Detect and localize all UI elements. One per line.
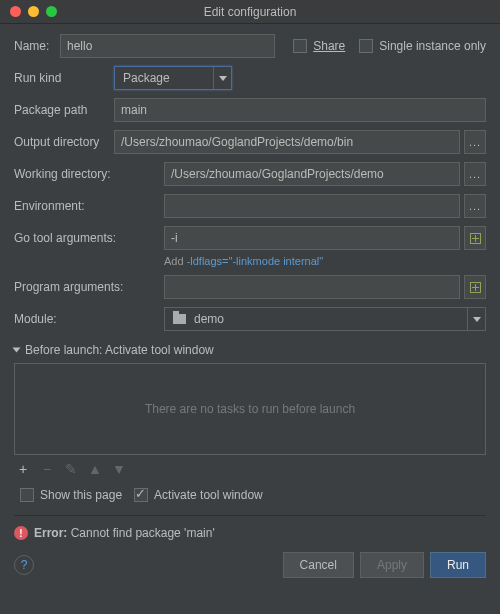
module-select[interactable]: demo <box>164 307 486 331</box>
before-launch-header[interactable]: Before launch: Activate tool window <box>14 343 486 357</box>
chevron-down-icon <box>467 308 485 330</box>
before-launch-tasks: There are no tasks to run before launch <box>14 363 486 455</box>
run-kind-select[interactable]: Package <box>114 66 232 90</box>
run-button[interactable]: Run <box>430 552 486 578</box>
module-label: Module: <box>14 312 164 326</box>
activate-tool-window-checkbox[interactable]: Activate tool window <box>134 488 263 502</box>
go-tool-args-label: Go tool arguments: <box>14 231 164 245</box>
expand-program-args-button[interactable] <box>464 275 486 299</box>
browse-output-button[interactable]: ... <box>464 130 486 154</box>
program-args-label: Program arguments: <box>14 280 164 294</box>
working-directory-label: Working directory: <box>14 167 164 181</box>
apply-button[interactable]: Apply <box>360 552 424 578</box>
show-this-page-checkbox[interactable]: Show this page <box>20 488 122 502</box>
browse-environment-button[interactable]: ... <box>464 194 486 218</box>
move-down-button[interactable]: ▼ <box>112 461 126 477</box>
browse-working-dir-button[interactable]: ... <box>464 162 486 186</box>
working-directory-input[interactable] <box>164 162 460 186</box>
edit-task-button[interactable]: ✎ <box>64 461 78 477</box>
name-label: Name: <box>14 39 60 53</box>
maximize-window-icon[interactable] <box>46 6 57 17</box>
go-tool-args-input[interactable] <box>164 226 460 250</box>
program-args-input[interactable] <box>164 275 460 299</box>
checkbox-checked-icon <box>134 488 148 502</box>
move-up-button[interactable]: ▲ <box>88 461 102 477</box>
package-path-input[interactable] <box>114 98 486 122</box>
remove-task-button[interactable]: − <box>40 461 54 477</box>
folder-icon <box>173 314 186 324</box>
output-directory-label: Output directory <box>14 135 114 149</box>
ldflags-hint-link[interactable]: -ldflags="-linkmode internal" <box>187 255 324 267</box>
output-directory-input[interactable] <box>114 130 460 154</box>
tasks-toolbar: + − ✎ ▲ ▼ <box>14 455 486 483</box>
single-instance-checkbox[interactable]: Single instance only <box>359 39 486 53</box>
checkbox-icon <box>359 39 373 53</box>
expand-icon <box>470 282 481 293</box>
add-task-button[interactable]: + <box>16 461 30 477</box>
titlebar: Edit configuration <box>0 0 500 24</box>
expand-icon <box>470 233 481 244</box>
checkbox-icon <box>293 39 307 53</box>
minimize-window-icon[interactable] <box>28 6 39 17</box>
name-input[interactable] <box>60 34 275 58</box>
share-checkbox[interactable]: Share <box>293 39 345 53</box>
expand-go-tool-args-button[interactable] <box>464 226 486 250</box>
expander-icon <box>13 348 21 353</box>
environment-label: Environment: <box>14 199 164 213</box>
close-window-icon[interactable] <box>10 6 21 17</box>
cancel-button[interactable]: Cancel <box>283 552 354 578</box>
environment-input[interactable] <box>164 194 460 218</box>
window-title: Edit configuration <box>0 5 500 19</box>
package-path-label: Package path <box>14 103 114 117</box>
error-icon: ! <box>14 526 28 540</box>
chevron-down-icon <box>213 67 231 89</box>
checkbox-icon <box>20 488 34 502</box>
go-tool-hint: Add -ldflags="-linkmode internal" <box>164 255 486 267</box>
help-button[interactable]: ? <box>14 555 34 575</box>
run-kind-label: Run kind <box>14 71 114 85</box>
error-message: ! Error: Cannot find package 'main' <box>14 526 486 540</box>
